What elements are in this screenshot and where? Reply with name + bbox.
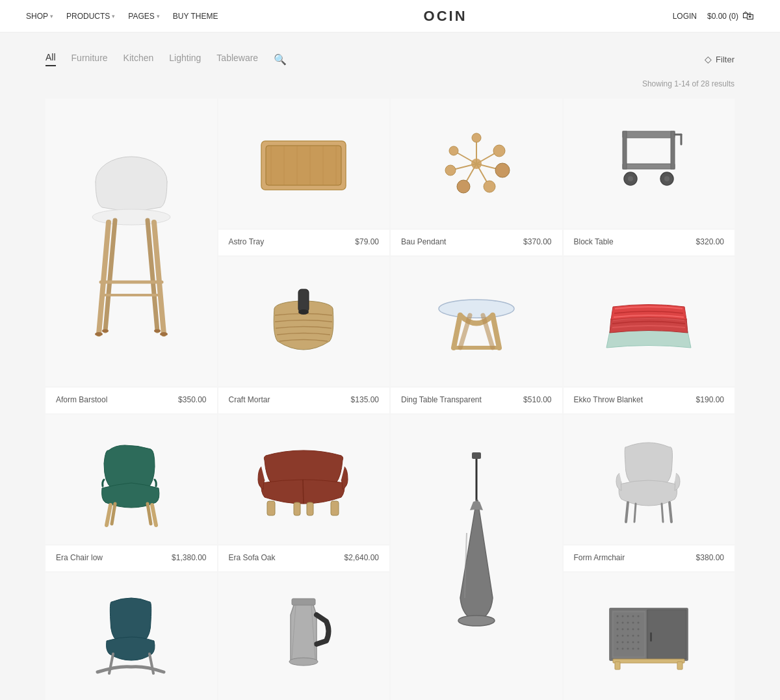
svg-point-86	[627, 622, 629, 624]
product-card-ding-table[interactable]: Ding Table Transparent $510.00	[391, 257, 562, 413]
nav-buy-theme[interactable]: BUY THEME	[173, 12, 218, 21]
nav-shop-arrow: ▾	[50, 13, 53, 19]
svg-rect-46	[298, 289, 309, 312]
svg-point-30	[484, 181, 495, 192]
product-image-form-rocking-chair	[46, 573, 217, 700]
svg-line-50	[493, 315, 499, 348]
svg-point-106	[627, 648, 629, 650]
svg-point-98	[638, 635, 640, 637]
tab-kitchen[interactable]: Kitchen	[124, 53, 154, 66]
svg-point-100	[622, 642, 624, 643]
product-name-ekko-blanket: Ekko Throw Blanket	[574, 395, 644, 404]
nav-shop-label: SHOP	[26, 12, 48, 21]
main-nav: SHOP ▾ PRODUCTS ▾ PAGES ▾ BUY THEME	[26, 12, 218, 21]
product-card-ekko-blanket[interactable]: Ekko Throw Blanket $190.00	[564, 257, 735, 413]
filter-bar: All Furniture Kitchen Lighting Tableware…	[46, 52, 734, 66]
product-card-era-chair[interactable]: Era Chair low $1,380.00	[46, 415, 217, 571]
svg-point-24	[449, 146, 458, 155]
product-image-geo-jug	[218, 573, 390, 700]
product-card-astro-tray[interactable]: Astro Tray $79.00	[218, 99, 390, 255]
svg-point-103	[638, 642, 640, 643]
svg-point-87	[632, 622, 634, 624]
tab-all[interactable]: All	[46, 52, 56, 66]
product-price-ekko-blanket: $190.00	[696, 395, 724, 404]
product-image-fara-bell-lamp	[391, 415, 562, 700]
svg-rect-35	[623, 131, 675, 138]
header-right: LOGIN $0.00 (0) 🛍	[673, 9, 754, 23]
svg-point-47	[298, 309, 309, 315]
svg-point-22	[493, 145, 505, 157]
svg-rect-109	[647, 610, 686, 659]
product-info-era-sofa: Era Sofa Oak $2,640.00	[218, 545, 390, 571]
svg-line-49	[454, 315, 460, 348]
product-name-bau-pendant: Bau Pendant	[401, 237, 446, 246]
product-card-block-table[interactable]: Block Table $320.00	[564, 99, 735, 255]
product-card-era-sofa[interactable]: Era Sofa Oak $2,640.00	[218, 415, 390, 571]
tab-furniture[interactable]: Furniture	[72, 53, 108, 66]
search-icon[interactable]: 🔍	[274, 53, 287, 66]
product-card-geo-jug[interactable]: Geo Jug $100.00	[218, 573, 390, 700]
product-image-ekko-blanket	[564, 257, 735, 387]
product-card-bau-pendant[interactable]: Bau Pendant $370.00	[391, 99, 562, 255]
product-card-aform-barstool[interactable]: Aform Barstool $350.00	[46, 99, 217, 413]
svg-rect-111	[613, 659, 684, 663]
product-image-block-table	[564, 99, 735, 229]
product-info-astro-tray: Astro Tray $79.00	[218, 229, 390, 255]
product-image-kabino-sideboard	[564, 573, 735, 700]
product-card-fara-bell-lamp[interactable]: Fara Bell Lamp $520.00	[391, 415, 562, 700]
svg-point-28	[445, 165, 456, 175]
svg-point-91	[627, 629, 629, 630]
product-image-bau-pendant	[391, 99, 562, 229]
svg-point-102	[632, 642, 634, 643]
nav-products-arrow: ▾	[112, 13, 115, 19]
product-card-form-armchair[interactable]: Form Armchair $380.00	[564, 415, 735, 571]
filter-button[interactable]: ◇ Filter	[705, 54, 734, 64]
product-info-craft-mortar: Craft Mortar $135.00	[218, 387, 390, 413]
product-info-ekko-blanket: Ekko Throw Blanket $190.00	[564, 387, 735, 413]
tab-lighting[interactable]: Lighting	[169, 53, 201, 66]
product-price-astro-tray: $79.00	[355, 237, 379, 246]
nav-pages[interactable]: PAGES ▾	[128, 12, 159, 21]
svg-line-68	[634, 504, 636, 522]
product-name-form-armchair: Form Armchair	[574, 553, 625, 562]
cart-widget[interactable]: $0.00 (0) 🛍	[707, 9, 754, 23]
svg-rect-77	[611, 610, 647, 659]
svg-point-11	[154, 329, 161, 332]
login-link[interactable]: LOGIN	[673, 12, 697, 21]
svg-point-96	[627, 635, 629, 637]
tab-tableware[interactable]: Tableware	[216, 53, 258, 66]
svg-point-26	[495, 163, 510, 177]
product-card-kabino-sideboard[interactable]: Kabino Sideboard $1,150.00	[564, 573, 735, 700]
svg-line-58	[303, 480, 304, 504]
svg-point-42	[664, 176, 670, 181]
svg-point-40	[628, 176, 633, 181]
nav-shop[interactable]: SHOP ▾	[26, 12, 53, 21]
product-name-era-sofa: Era Sofa Oak	[229, 553, 276, 562]
svg-rect-59	[267, 501, 275, 515]
product-image-ding-table	[391, 257, 562, 387]
svg-rect-62	[331, 501, 339, 515]
svg-line-57	[148, 504, 151, 524]
product-image-era-chair	[46, 415, 217, 545]
svg-point-34	[472, 133, 481, 142]
svg-point-82	[632, 616, 634, 617]
product-info-form-armchair: Form Armchair $380.00	[564, 545, 735, 571]
svg-rect-72	[292, 599, 315, 605]
svg-rect-112	[615, 662, 620, 669]
product-price-aform-barstool: $350.00	[178, 395, 206, 404]
svg-point-99	[617, 642, 619, 643]
svg-rect-61	[307, 502, 313, 515]
product-card-form-rocking-chair[interactable]: Form Rocking Chair $630.00	[46, 573, 217, 700]
svg-point-107	[632, 648, 634, 650]
product-info-block-table: Block Table $320.00	[564, 229, 735, 255]
nav-products[interactable]: PRODUCTS ▾	[66, 12, 115, 21]
product-card-craft-mortar[interactable]: Craft Mortar $135.00	[218, 257, 390, 413]
svg-point-90	[622, 629, 624, 630]
svg-point-48	[439, 300, 514, 318]
filter-label: Filter	[716, 55, 734, 64]
svg-point-32	[457, 180, 470, 193]
cart-icon: 🛍	[742, 9, 754, 23]
product-price-era-sofa: $2,640.00	[344, 553, 379, 562]
svg-rect-38	[671, 131, 675, 169]
svg-point-79	[617, 616, 619, 617]
